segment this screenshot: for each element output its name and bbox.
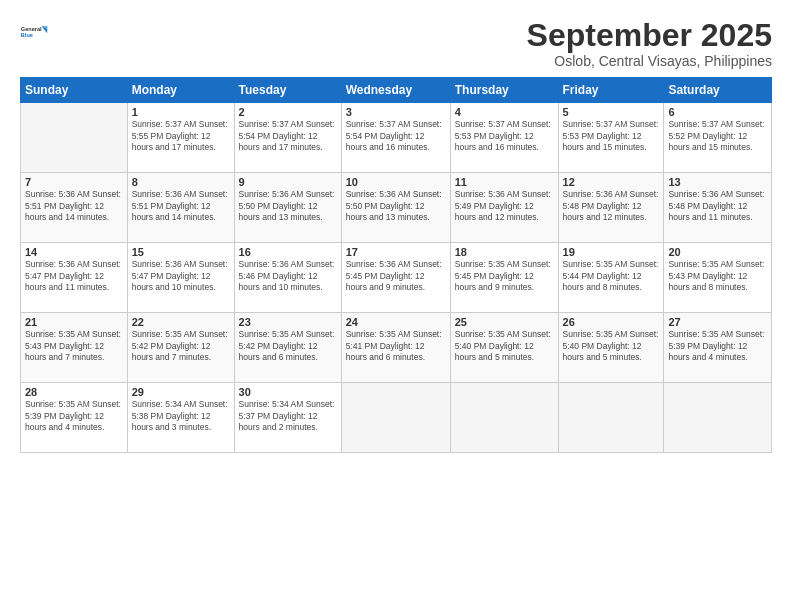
- cell-date: 7: [25, 176, 123, 188]
- cell-info: Sunrise: 5:36 AM Sunset: 5:50 PM Dayligh…: [239, 189, 337, 223]
- calendar-cell: 9Sunrise: 5:36 AM Sunset: 5:50 PM Daylig…: [234, 173, 341, 243]
- subtitle: Oslob, Central Visayas, Philippines: [527, 53, 772, 69]
- cell-date: 12: [563, 176, 660, 188]
- cell-date: 14: [25, 246, 123, 258]
- cell-date: 20: [668, 246, 767, 258]
- calendar-cell: 26Sunrise: 5:35 AM Sunset: 5:40 PM Dayli…: [558, 313, 664, 383]
- calendar-week-row: 7Sunrise: 5:36 AM Sunset: 5:51 PM Daylig…: [21, 173, 772, 243]
- calendar-cell: 7Sunrise: 5:36 AM Sunset: 5:51 PM Daylig…: [21, 173, 128, 243]
- calendar-cell: 10Sunrise: 5:36 AM Sunset: 5:50 PM Dayli…: [341, 173, 450, 243]
- title-block: September 2025 Oslob, Central Visayas, P…: [527, 18, 772, 69]
- calendar-cell: 16Sunrise: 5:36 AM Sunset: 5:46 PM Dayli…: [234, 243, 341, 313]
- calendar-cell: 2Sunrise: 5:37 AM Sunset: 5:54 PM Daylig…: [234, 103, 341, 173]
- main-title: September 2025: [527, 18, 772, 53]
- cell-info: Sunrise: 5:35 AM Sunset: 5:45 PM Dayligh…: [455, 259, 554, 293]
- calendar-body: 1Sunrise: 5:37 AM Sunset: 5:55 PM Daylig…: [21, 103, 772, 453]
- calendar-week-row: 1Sunrise: 5:37 AM Sunset: 5:55 PM Daylig…: [21, 103, 772, 173]
- calendar-cell: 19Sunrise: 5:35 AM Sunset: 5:44 PM Dayli…: [558, 243, 664, 313]
- cell-info: Sunrise: 5:35 AM Sunset: 5:42 PM Dayligh…: [132, 329, 230, 363]
- cell-info: Sunrise: 5:35 AM Sunset: 5:44 PM Dayligh…: [563, 259, 660, 293]
- cell-date: 4: [455, 106, 554, 118]
- cell-date: 24: [346, 316, 446, 328]
- col-wednesday: Wednesday: [341, 78, 450, 103]
- cell-info: Sunrise: 5:35 AM Sunset: 5:39 PM Dayligh…: [25, 399, 123, 433]
- col-monday: Monday: [127, 78, 234, 103]
- calendar-cell: 8Sunrise: 5:36 AM Sunset: 5:51 PM Daylig…: [127, 173, 234, 243]
- cell-info: Sunrise: 5:36 AM Sunset: 5:46 PM Dayligh…: [239, 259, 337, 293]
- col-friday: Friday: [558, 78, 664, 103]
- col-tuesday: Tuesday: [234, 78, 341, 103]
- cell-date: 1: [132, 106, 230, 118]
- col-sunday: Sunday: [21, 78, 128, 103]
- cell-info: Sunrise: 5:35 AM Sunset: 5:40 PM Dayligh…: [455, 329, 554, 363]
- cell-date: 8: [132, 176, 230, 188]
- calendar-cell: 11Sunrise: 5:36 AM Sunset: 5:49 PM Dayli…: [450, 173, 558, 243]
- calendar-cell: 15Sunrise: 5:36 AM Sunset: 5:47 PM Dayli…: [127, 243, 234, 313]
- cell-info: Sunrise: 5:36 AM Sunset: 5:49 PM Dayligh…: [455, 189, 554, 223]
- cell-info: Sunrise: 5:34 AM Sunset: 5:37 PM Dayligh…: [239, 399, 337, 433]
- calendar-cell: 5Sunrise: 5:37 AM Sunset: 5:53 PM Daylig…: [558, 103, 664, 173]
- cell-info: Sunrise: 5:35 AM Sunset: 5:41 PM Dayligh…: [346, 329, 446, 363]
- cell-date: 2: [239, 106, 337, 118]
- cell-info: Sunrise: 5:36 AM Sunset: 5:45 PM Dayligh…: [346, 259, 446, 293]
- cell-info: Sunrise: 5:37 AM Sunset: 5:55 PM Dayligh…: [132, 119, 230, 153]
- calendar-cell: 13Sunrise: 5:36 AM Sunset: 5:48 PM Dayli…: [664, 173, 772, 243]
- cell-date: 21: [25, 316, 123, 328]
- col-thursday: Thursday: [450, 78, 558, 103]
- cell-info: Sunrise: 5:35 AM Sunset: 5:43 PM Dayligh…: [25, 329, 123, 363]
- cell-date: 3: [346, 106, 446, 118]
- cell-info: Sunrise: 5:36 AM Sunset: 5:51 PM Dayligh…: [132, 189, 230, 223]
- cell-date: 11: [455, 176, 554, 188]
- calendar-cell: 17Sunrise: 5:36 AM Sunset: 5:45 PM Dayli…: [341, 243, 450, 313]
- calendar-cell: 29Sunrise: 5:34 AM Sunset: 5:38 PM Dayli…: [127, 383, 234, 453]
- cell-date: 5: [563, 106, 660, 118]
- calendar-week-row: 14Sunrise: 5:36 AM Sunset: 5:47 PM Dayli…: [21, 243, 772, 313]
- cell-info: Sunrise: 5:37 AM Sunset: 5:53 PM Dayligh…: [455, 119, 554, 153]
- cell-info: Sunrise: 5:36 AM Sunset: 5:51 PM Dayligh…: [25, 189, 123, 223]
- calendar-cell: [558, 383, 664, 453]
- cell-date: 29: [132, 386, 230, 398]
- page: GeneralBlue September 2025 Oslob, Centra…: [0, 0, 792, 612]
- cell-date: 13: [668, 176, 767, 188]
- header: GeneralBlue September 2025 Oslob, Centra…: [20, 18, 772, 69]
- cell-date: 25: [455, 316, 554, 328]
- calendar-cell: 1Sunrise: 5:37 AM Sunset: 5:55 PM Daylig…: [127, 103, 234, 173]
- cell-date: 27: [668, 316, 767, 328]
- cell-info: Sunrise: 5:36 AM Sunset: 5:48 PM Dayligh…: [668, 189, 767, 223]
- cell-date: 26: [563, 316, 660, 328]
- cell-date: 23: [239, 316, 337, 328]
- calendar-cell: 20Sunrise: 5:35 AM Sunset: 5:43 PM Dayli…: [664, 243, 772, 313]
- cell-info: Sunrise: 5:34 AM Sunset: 5:38 PM Dayligh…: [132, 399, 230, 433]
- svg-text:General: General: [21, 26, 42, 32]
- cell-date: 16: [239, 246, 337, 258]
- header-row: Sunday Monday Tuesday Wednesday Thursday…: [21, 78, 772, 103]
- calendar-week-row: 21Sunrise: 5:35 AM Sunset: 5:43 PM Dayli…: [21, 313, 772, 383]
- calendar-cell: 4Sunrise: 5:37 AM Sunset: 5:53 PM Daylig…: [450, 103, 558, 173]
- logo: GeneralBlue: [20, 18, 48, 46]
- calendar-cell: [21, 103, 128, 173]
- calendar-cell: 25Sunrise: 5:35 AM Sunset: 5:40 PM Dayli…: [450, 313, 558, 383]
- cell-info: Sunrise: 5:37 AM Sunset: 5:54 PM Dayligh…: [346, 119, 446, 153]
- logo-icon: GeneralBlue: [20, 18, 48, 46]
- cell-info: Sunrise: 5:36 AM Sunset: 5:48 PM Dayligh…: [563, 189, 660, 223]
- cell-date: 22: [132, 316, 230, 328]
- cell-info: Sunrise: 5:35 AM Sunset: 5:42 PM Dayligh…: [239, 329, 337, 363]
- calendar-cell: [450, 383, 558, 453]
- calendar-cell: 22Sunrise: 5:35 AM Sunset: 5:42 PM Dayli…: [127, 313, 234, 383]
- cell-info: Sunrise: 5:37 AM Sunset: 5:52 PM Dayligh…: [668, 119, 767, 153]
- cell-date: 6: [668, 106, 767, 118]
- calendar-cell: [664, 383, 772, 453]
- calendar-cell: 24Sunrise: 5:35 AM Sunset: 5:41 PM Dayli…: [341, 313, 450, 383]
- calendar-cell: 14Sunrise: 5:36 AM Sunset: 5:47 PM Dayli…: [21, 243, 128, 313]
- calendar-cell: 23Sunrise: 5:35 AM Sunset: 5:42 PM Dayli…: [234, 313, 341, 383]
- cell-date: 30: [239, 386, 337, 398]
- calendar-week-row: 28Sunrise: 5:35 AM Sunset: 5:39 PM Dayli…: [21, 383, 772, 453]
- cell-date: 28: [25, 386, 123, 398]
- cell-info: Sunrise: 5:35 AM Sunset: 5:40 PM Dayligh…: [563, 329, 660, 363]
- cell-date: 10: [346, 176, 446, 188]
- col-saturday: Saturday: [664, 78, 772, 103]
- cell-date: 17: [346, 246, 446, 258]
- calendar-cell: 6Sunrise: 5:37 AM Sunset: 5:52 PM Daylig…: [664, 103, 772, 173]
- calendar-cell: 18Sunrise: 5:35 AM Sunset: 5:45 PM Dayli…: [450, 243, 558, 313]
- cell-date: 18: [455, 246, 554, 258]
